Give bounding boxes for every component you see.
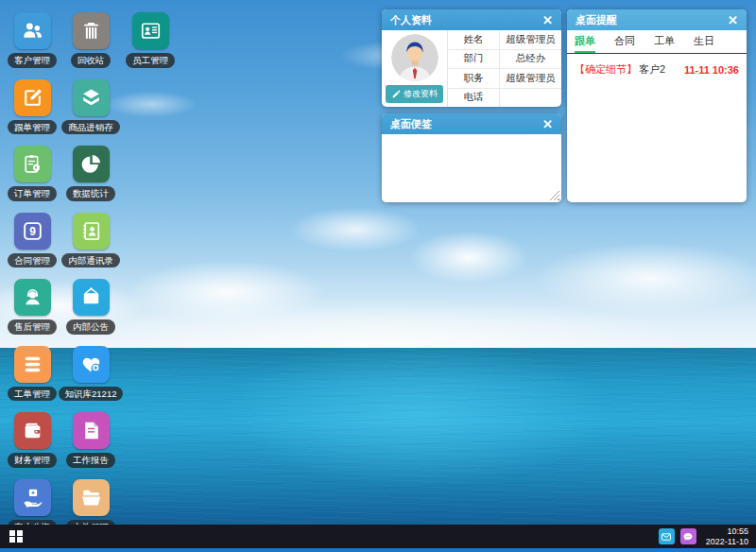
desktop-icon-follow-orders[interactable]: 跟单管理 — [8, 79, 57, 135]
svg-text:9: 9 — [29, 224, 36, 237]
hanging-board-icon — [73, 279, 110, 316]
clock-time: 10:55 — [706, 526, 748, 537]
hand-box-icon — [14, 479, 51, 516]
desktop-icon-label: 知识库21212 — [59, 387, 124, 402]
desktop-icon-aftersales[interactable]: 售后管理 — [8, 279, 57, 335]
desktop-icon-label: 工作报告 — [66, 453, 115, 468]
desktop-icon-contracts[interactable]: 9 合同管理 — [8, 213, 57, 268]
close-icon[interactable]: ✕ — [728, 14, 738, 26]
desktop-icon-statistics[interactable]: 数据统计 — [66, 146, 115, 201]
profile-field-row: 电话 — [448, 89, 561, 108]
tab-contracts[interactable]: 合同 — [614, 30, 635, 53]
support-agent-icon — [14, 279, 51, 316]
desktop-icon-knowledge-base[interactable]: 知识库21212 — [59, 346, 124, 402]
desktop-icon-orders[interactable]: 订单管理 — [8, 146, 57, 201]
trash-icon — [73, 12, 110, 49]
profile-field-row: 部门 总经办 — [448, 50, 561, 70]
desktop-icon-label: 工单管理 — [8, 387, 57, 402]
desktop-icon-inventory[interactable]: 商品进销存 — [61, 79, 120, 135]
desktop-icon-work-orders[interactable]: 工单管理 — [8, 346, 57, 402]
reminder-customer: 客户2 — [639, 62, 665, 77]
edit-profile-button[interactable]: 修改资料 — [386, 85, 443, 103]
close-icon[interactable]: ✕ — [542, 118, 553, 130]
taskbar-bottom-strip — [0, 548, 756, 552]
desktop: 客户管理 跟单管理 订单管理 9 合同管理 售后管理 — [0, 0, 756, 552]
profile-panel: 个人资料 ✕ — [382, 9, 561, 107]
address-book-icon — [73, 213, 110, 250]
tab-work-orders[interactable]: 工单 — [654, 30, 675, 53]
desktop-icon-customers[interactable]: 客户管理 — [8, 12, 57, 68]
reminder-time: 11-11 10:36 — [684, 64, 739, 76]
tab-follow-orders[interactable]: 跟单 — [575, 30, 595, 53]
desktop-icon-label: 财务管理 — [8, 453, 57, 468]
desktop-icon-label: 售后管理 — [8, 319, 57, 335]
field-label: 姓名 — [448, 30, 500, 49]
tab-birthdays[interactable]: 生日 — [694, 30, 714, 53]
avatar — [391, 34, 438, 81]
windows-logo-icon — [9, 530, 15, 536]
desktop-icon-notices[interactable]: 内部公告 — [66, 279, 115, 335]
field-value: 超级管理员 — [500, 30, 561, 49]
reminder-item[interactable]: 【确定细节】 客户2 11-11 10:36 — [567, 54, 747, 85]
clock-date: 2022-11-10 — [706, 537, 748, 547]
stacked-box-icon — [73, 79, 110, 116]
profile-avatar-section: 修改资料 — [382, 30, 448, 107]
mail-icon — [661, 531, 672, 543]
field-value: 总经办 — [500, 50, 561, 69]
reminder-panel: 桌面提醒 ✕ 跟单 合同 工单 生日 【确定细节】 客户2 11-11 10:3… — [567, 9, 747, 202]
desktop-icon-label: 内部公告 — [66, 319, 115, 335]
field-label: 部门 — [448, 50, 500, 69]
taskbar-clock: 10:55 2022-11-10 — [706, 526, 748, 547]
desktop-icon-label: 商品进销存 — [61, 120, 120, 135]
profile-panel-header: 个人资料 ✕ — [382, 9, 561, 30]
desktop-icon-label: 跟单管理 — [8, 120, 57, 135]
close-icon[interactable]: ✕ — [542, 14, 553, 26]
field-value — [500, 89, 561, 108]
edit-pencil-icon — [14, 79, 51, 116]
desktop-icon-label: 订单管理 — [8, 186, 57, 201]
note-panel: 桌面便签 ✕ — [382, 113, 561, 202]
seal-stamp-icon: 9 — [14, 213, 51, 250]
desktop-icon-label: 客户管理 — [8, 53, 57, 68]
wallet-icon — [14, 412, 51, 449]
desktop-icon-column-3: 员工管理 — [131, 12, 169, 68]
document-icon — [73, 412, 110, 449]
field-label: 电话 — [448, 89, 500, 108]
chat-bubble-icon — [682, 531, 694, 543]
clipboard-gear-icon — [14, 146, 51, 182]
desktop-icon-label: 员工管理 — [126, 53, 175, 68]
heart-plus-icon — [73, 346, 110, 383]
pie-chart-icon — [73, 146, 110, 182]
profile-fields: 姓名 超级管理员 部门 总经办 职务 超级管理员 电话 — [448, 30, 561, 107]
reminder-panel-header: 桌面提醒 ✕ — [567, 9, 747, 30]
profile-field-row: 姓名 超级管理员 — [448, 30, 561, 50]
note-content-area[interactable] — [382, 134, 561, 202]
desktop-icon-column-1: 客户管理 跟单管理 订单管理 9 合同管理 售后管理 — [13, 12, 51, 534]
profile-field-row: 职务 超级管理员 — [448, 69, 561, 89]
profile-panel-title: 个人资料 — [390, 13, 432, 27]
profile-panel-body: 修改资料 姓名 超级管理员 部门 总经办 职务 超级管理员 电话 — [382, 30, 561, 107]
desktop-icon-reports[interactable]: 工作报告 — [66, 412, 115, 468]
desktop-icon-recycle-bin[interactable]: 回收站 — [71, 12, 112, 68]
start-button[interactable] — [9, 530, 23, 543]
note-panel-title: 桌面便签 — [390, 117, 432, 131]
desktop-icon-contacts[interactable]: 内部通讯录 — [61, 213, 120, 268]
desktop-icon-label: 回收站 — [71, 53, 112, 68]
desktop-icon-label: 合同管理 — [8, 253, 57, 268]
list-lines-icon — [14, 346, 51, 383]
taskbar: 10:55 2022-11-10 — [0, 525, 756, 548]
reminder-panel-title: 桌面提醒 — [576, 13, 617, 27]
edit-profile-label: 修改资料 — [404, 88, 438, 100]
chat-tray-button[interactable] — [680, 528, 696, 544]
note-panel-header: 桌面便签 ✕ — [382, 113, 561, 134]
reminder-tag: 【确定细节】 — [575, 62, 637, 77]
folder-icon — [73, 479, 110, 516]
desktop-icon-finance[interactable]: 财务管理 — [8, 412, 57, 468]
field-label: 职务 — [448, 69, 500, 88]
edit-icon — [391, 90, 401, 99]
desktop-icon-label: 内部通讯录 — [61, 253, 120, 268]
desktop-icon-employees[interactable]: 员工管理 — [126, 12, 175, 68]
reminder-tabs: 跟单 合同 工单 生日 — [567, 30, 747, 54]
mail-tray-button[interactable] — [659, 528, 675, 544]
desktop-icon-label: 数据统计 — [66, 186, 115, 201]
